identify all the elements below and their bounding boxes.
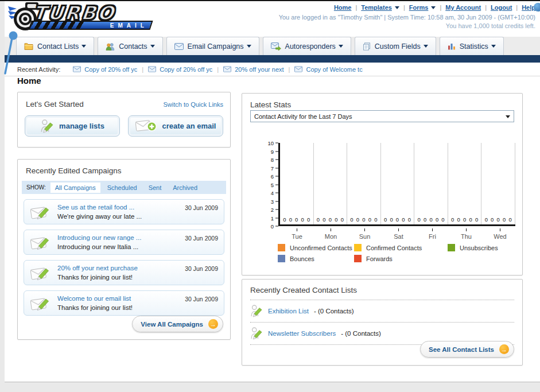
- dotted-divider: [250, 322, 514, 323]
- tab-email-campaigns[interactable]: Email Campaigns: [166, 37, 259, 55]
- envelope-icon: [148, 66, 156, 72]
- filter-sent[interactable]: Sent: [144, 183, 166, 193]
- campaign-text: Introducing our new range ... Introducin…: [57, 234, 141, 251]
- pin-decoration-icon: [3, 29, 21, 76]
- y-tick-label: 9: [271, 148, 278, 154]
- campaign-row[interactable]: See us at the retail food ... We're givi…: [24, 199, 224, 224]
- tab-autoresponders[interactable]: Autoresponders: [263, 37, 351, 55]
- envelope-pencil-icon: [30, 203, 52, 220]
- nav-link-templates[interactable]: Templates: [361, 4, 399, 11]
- chevron-down-icon: [339, 45, 343, 48]
- envelope-pencil-icon: [30, 234, 52, 251]
- chart-group: 00000: [448, 143, 482, 224]
- activity-separator: |: [289, 66, 290, 73]
- see-all-contact-lists-button[interactable]: See All Contact Lists: [420, 341, 514, 358]
- y-tick-label: 1: [271, 215, 278, 221]
- filter-archived[interactable]: Archived: [168, 183, 202, 193]
- nav-link-my-account[interactable]: My Account: [445, 4, 481, 11]
- campaign-subtitle: We're giving away our late ...: [57, 212, 142, 220]
- activity-link[interactable]: Copy of 20% off yc: [160, 66, 212, 73]
- tab-custom-fields[interactable]: Custom Fields: [355, 37, 436, 55]
- value-labels: 00000: [280, 216, 313, 223]
- recent-activity-bar: Recent Activity: Copy of 20% off yc | Co…: [5, 63, 540, 76]
- campaign-title-link[interactable]: 20% off your next purchase: [57, 264, 138, 272]
- tab-contact-lists[interactable]: Contact Lists: [16, 37, 94, 55]
- credits-info: You have 1,000 total credits left.: [279, 22, 535, 30]
- y-tick-label: 7: [271, 165, 278, 171]
- campaign-title-link[interactable]: Welcome to our email list: [57, 294, 133, 302]
- campaign-row[interactable]: Welcome to our email list Thanks for joi…: [24, 290, 224, 316]
- contact-list-item: Exhibition List - (0 Contacts): [250, 303, 514, 319]
- filter-scheduled[interactable]: Scheduled: [103, 183, 142, 193]
- campaign-subtitle: Thanks for joining our list!: [57, 304, 133, 312]
- envelope-plus-icon: [135, 119, 157, 133]
- campaign-subtitle: Thanks for joining our list!: [57, 273, 138, 281]
- logo: TURBO EMAIL: [8, 2, 115, 32]
- top-nav: Home | Templates | Forms | My Account | …: [334, 4, 535, 11]
- legend-label: Unsubscribes: [460, 244, 498, 251]
- activity-link[interactable]: 20% off your next: [235, 66, 283, 73]
- activity-item: Copy of Welcome tc: [294, 66, 362, 73]
- nav-link-home[interactable]: Home: [334, 4, 352, 11]
- button-label: See All Contact Lists: [429, 346, 494, 353]
- button-label: manage lists: [59, 122, 104, 130]
- contact-list-link[interactable]: Exhibition List: [268, 308, 309, 315]
- tab-label: Email Campaigns: [188, 42, 244, 51]
- y-tick-label: 5: [271, 181, 278, 188]
- legend-item: Forwards: [354, 255, 448, 262]
- manage-lists-button[interactable]: manage lists: [25, 115, 120, 137]
- chevron-down-icon: [150, 45, 155, 48]
- y-tick-label: 8: [271, 157, 278, 163]
- activity-item: Copy of 20% off yc: [73, 66, 137, 73]
- latest-stats-panel: Latest Stats Contact Activity for the La…: [242, 93, 523, 275]
- get-started-buttons: manage lists create an email: [25, 115, 223, 137]
- selected-option: Contact Activity for the Last 7 Days: [254, 113, 352, 120]
- legend-swatch: [278, 244, 285, 251]
- contact-list-link[interactable]: Newsletter Subscribers: [268, 330, 336, 337]
- campaign-row[interactable]: Introducing our new range ... Introducin…: [24, 230, 224, 255]
- nav-link-logout[interactable]: Logout: [491, 4, 512, 11]
- campaign-row[interactable]: 20% off your next purchase Thanks for jo…: [24, 260, 224, 285]
- contact-count: - (0 Contacts): [341, 330, 381, 337]
- tab-statistics[interactable]: Statistics: [440, 37, 504, 55]
- campaign-title-link[interactable]: Introducing our new range ...: [57, 234, 141, 242]
- nav-link-forms[interactable]: Forms: [409, 4, 436, 11]
- envelope-icon: [294, 66, 302, 72]
- help-bubble-icon[interactable]: [534, 3, 540, 11]
- campaign-title-link[interactable]: See us at the retail food ...: [57, 203, 142, 211]
- show-label: SHOW:: [26, 184, 46, 191]
- activity-separator: |: [142, 66, 143, 73]
- chart-x-labels: TueMonSunSatFriThuWed: [280, 228, 517, 240]
- button-label: View All Campaigns: [141, 321, 203, 328]
- chevron-down-icon: [506, 115, 510, 118]
- activity-link[interactable]: Copy of 20% off yc: [84, 66, 137, 73]
- chart-plot: 00000000000000000000000000000000000: [278, 143, 515, 226]
- logo-subtitle: EMAIL: [110, 22, 150, 29]
- tab-contacts[interactable]: Contacts: [98, 37, 162, 55]
- activity-link[interactable]: Copy of Welcome tc: [306, 66, 362, 73]
- y-tick-label: 2: [271, 207, 278, 213]
- legend-label: Unconfirmed Contacts: [290, 244, 352, 251]
- person-pencil-icon: [40, 119, 54, 134]
- switch-quick-links-link[interactable]: Switch to Quick Links: [163, 101, 223, 108]
- main-nav: Contact Lists Contacts Email Campaigns A…: [5, 37, 540, 55]
- value-labels: 00000: [481, 216, 515, 223]
- legend-label: Confirmed Contacts: [366, 244, 422, 251]
- legend-item: Bounces: [278, 255, 354, 262]
- logo-subtitle-bar: EMAIL: [28, 21, 153, 30]
- get-started-panel: Let's Get Started Switch to Quick Links …: [17, 92, 231, 148]
- x-tick-label: Mon: [314, 228, 348, 240]
- filter-all-campaigns[interactable]: All Campaigns: [50, 183, 100, 193]
- y-tick-label: 3: [271, 198, 278, 204]
- button-label: create an email: [162, 122, 216, 130]
- header: TURBO EMAIL Home | Templates | Forms | M…: [5, 1, 540, 37]
- stats-period-select[interactable]: Contact Activity for the Last 7 Days: [250, 110, 514, 122]
- nav-separator: |: [403, 4, 405, 11]
- chevron-down-icon: [431, 6, 436, 9]
- create-email-button[interactable]: create an email: [128, 115, 223, 137]
- legend-label: Forwards: [366, 255, 393, 262]
- legend-item: Unconfirmed Contacts: [278, 244, 354, 251]
- value-labels: 00000: [381, 216, 414, 223]
- view-all-campaigns-button[interactable]: View All Campaigns: [132, 316, 223, 332]
- bar-chart-icon: [448, 42, 456, 50]
